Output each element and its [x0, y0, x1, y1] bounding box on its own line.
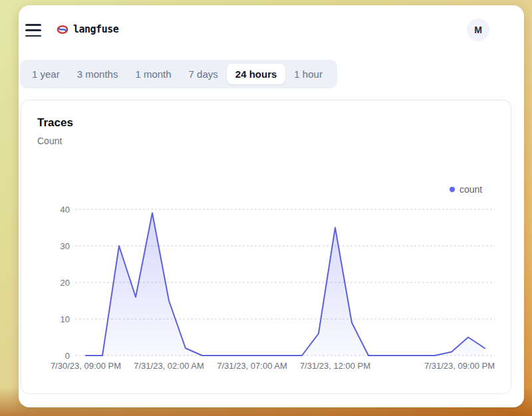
- tab-1-month[interactable]: 1 month: [126, 64, 180, 84]
- traces-area-chart: 0102030407/30/23, 09:00 PM7/31/23, 02:00…: [21, 100, 512, 393]
- x-axis-tick-label: 7/31/23, 02:00 AM: [134, 361, 204, 371]
- x-axis-tick-label: 7/31/23, 07:00 AM: [217, 361, 287, 371]
- avatar[interactable]: M: [467, 19, 489, 41]
- menu-icon[interactable]: [25, 24, 41, 37]
- avatar-initial: M: [474, 25, 482, 35]
- y-axis-tick-label: 0: [65, 351, 70, 361]
- app-window: langfuse M 1 year 3 months 1 month 7 day…: [19, 5, 524, 407]
- x-axis-tick-label: 7/31/23, 09:00 PM: [424, 361, 495, 371]
- tab-1-hour[interactable]: 1 hour: [285, 64, 331, 84]
- tab-1-year[interactable]: 1 year: [23, 64, 68, 84]
- time-range-tabbar: 1 year 3 months 1 month 7 days 24 hours …: [20, 60, 337, 88]
- brand[interactable]: langfuse: [57, 23, 118, 35]
- tab-24-hours[interactable]: 24 hours: [227, 64, 286, 84]
- y-axis-tick-label: 30: [61, 241, 70, 251]
- tab-7-days[interactable]: 7 days: [180, 64, 227, 84]
- area-fill: [86, 213, 485, 356]
- traces-card: Traces Count count 0102030407/30/23, 09:…: [21, 100, 511, 394]
- y-axis-tick-label: 40: [61, 205, 70, 215]
- wordmark: langfuse: [73, 23, 118, 35]
- x-axis-tick-label: 7/30/23, 09:00 PM: [51, 361, 121, 371]
- y-axis-tick-label: 10: [61, 314, 70, 324]
- tab-3-months[interactable]: 3 months: [68, 64, 127, 84]
- app-header: langfuse M: [19, 5, 524, 54]
- desktop-background: { "header": { "wordmark": "langfuse", "a…: [0, 0, 532, 416]
- x-axis-tick-label: 7/31/23, 12:00 PM: [300, 361, 370, 371]
- y-axis-tick-label: 20: [61, 278, 70, 288]
- langfuse-knot-logo-icon: [57, 25, 68, 35]
